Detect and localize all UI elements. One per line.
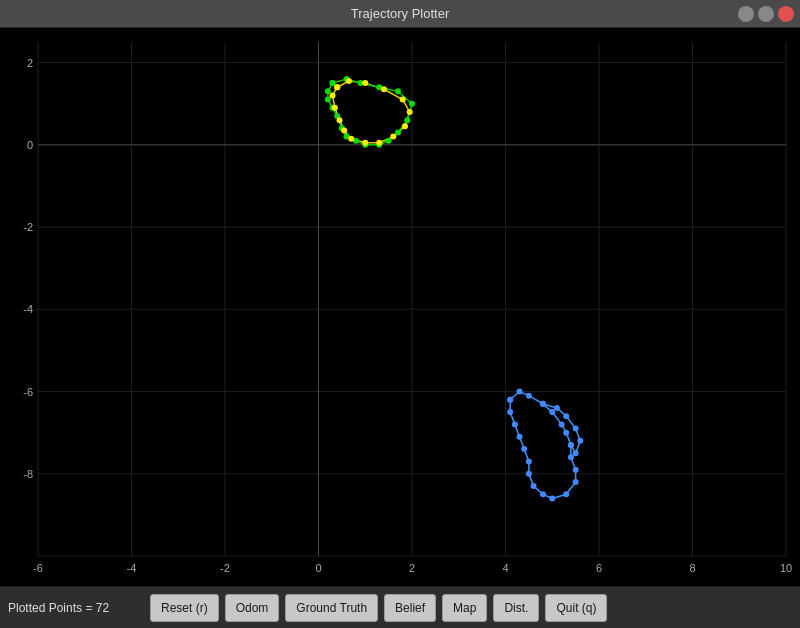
main-content: Plotted Points = 72 Reset (r)OdomGround … <box>0 28 800 628</box>
map-button[interactable]: Map <box>442 594 487 622</box>
reset-button[interactable]: Reset (r) <box>150 594 219 622</box>
ground-truth-button[interactable]: Ground Truth <box>285 594 378 622</box>
maximize-button[interactable]: □ <box>758 6 774 22</box>
odom-button[interactable]: Odom <box>225 594 280 622</box>
quit-button[interactable]: Quit (q) <box>545 594 607 622</box>
belief-button[interactable]: Belief <box>384 594 436 622</box>
titlebar: Trajectory Plotter − □ ✕ <box>0 0 800 28</box>
bottom-bar: Plotted Points = 72 Reset (r)OdomGround … <box>0 586 800 628</box>
window-title: Trajectory Plotter <box>351 6 450 21</box>
minimize-button[interactable]: − <box>738 6 754 22</box>
plot-area <box>0 28 800 586</box>
close-button[interactable]: ✕ <box>778 6 794 22</box>
window-controls: − □ ✕ <box>738 6 794 22</box>
trajectory-plot <box>0 28 800 586</box>
dist-button[interactable]: Dist. <box>493 594 539 622</box>
plotted-points-label: Plotted Points = 72 <box>8 601 138 615</box>
